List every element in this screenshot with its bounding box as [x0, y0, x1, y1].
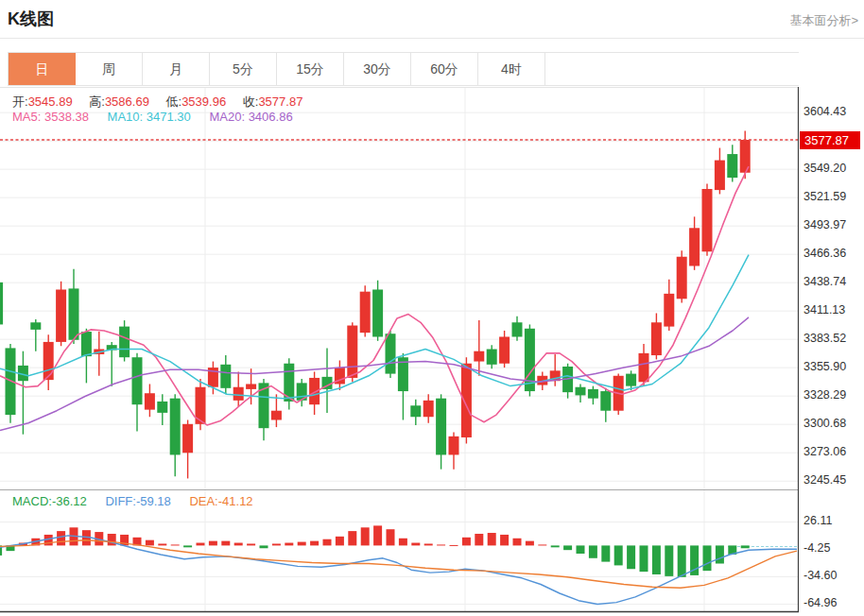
- macd-bar: [678, 545, 686, 576]
- tab-monthly[interactable]: 月: [143, 53, 210, 85]
- macd-bar: [221, 541, 230, 546]
- low-label: 低:: [166, 94, 182, 109]
- low-value: 3539.96: [181, 94, 226, 109]
- close-value: 3577.87: [258, 94, 302, 109]
- macd-bar: [285, 543, 293, 546]
- candle-body: [30, 322, 41, 330]
- macd-bar: [209, 541, 217, 546]
- candle-body: [145, 393, 155, 409]
- close-label: 收:: [243, 94, 259, 109]
- macd-bar: [197, 543, 205, 546]
- candle-body: [271, 411, 282, 420]
- open-label: 开:: [12, 94, 28, 109]
- candle-body: [182, 424, 193, 453]
- candle-body: [600, 391, 611, 411]
- candle-body: [487, 350, 497, 365]
- candle-body: [119, 327, 130, 358]
- y-axis-label: 3493.97: [804, 218, 846, 231]
- y-axis-label: -64.96: [804, 596, 837, 609]
- macd-bar: [323, 539, 332, 546]
- y-axis-label: 3521.59: [804, 190, 846, 203]
- candle-body: [449, 436, 459, 455]
- open-value: 3545.89: [28, 94, 73, 109]
- macd-bar: [387, 529, 395, 545]
- candle-body: [423, 401, 434, 417]
- y-axis-label: 3604.43: [804, 105, 846, 118]
- candle-body: [56, 289, 66, 341]
- candle-body: [157, 402, 167, 413]
- tab-weekly[interactable]: 周: [76, 53, 143, 85]
- macd-bar: [652, 545, 661, 574]
- macd-bar: [183, 545, 192, 547]
- macd-bar: [614, 545, 623, 565]
- macd-bar: [57, 531, 65, 545]
- candle-body: [626, 374, 636, 386]
- ma10-readout: MA10: 3471.30: [108, 110, 191, 124]
- macd-bar: [247, 543, 255, 545]
- candle-body: [69, 288, 79, 339]
- candle-body: [81, 332, 92, 356]
- dea-value: DEA:-41.12: [189, 494, 252, 508]
- macd-bar: [336, 537, 344, 546]
- y-axis-label: 3383.52: [804, 332, 846, 345]
- header-divider: [0, 38, 864, 39]
- candle-body: [43, 342, 54, 380]
- ohlc-readout: 开:3545.89 高:3586.69 低:3539.96 收:3577.87: [12, 94, 316, 111]
- macd-value: MACD:-36.12: [12, 494, 87, 508]
- candle-body: [360, 292, 371, 333]
- candle-body: [246, 384, 256, 388]
- candle-body: [499, 336, 510, 363]
- macd-bar: [272, 543, 281, 545]
- y-axis-label: 3328.29: [804, 388, 846, 402]
- macd-bar: [741, 545, 750, 548]
- tab-15min[interactable]: 15分: [277, 53, 344, 85]
- ma5-readout: MA5: 3538.38: [12, 110, 89, 124]
- macd-bar: [462, 538, 471, 546]
- macd-bar: [589, 545, 597, 557]
- candle-body: [233, 387, 244, 401]
- macd-bar: [260, 545, 268, 548]
- period-tabbar: 日 周 月 5分 15分 30分 60分 4时: [8, 52, 799, 86]
- macd-bar: [703, 545, 712, 571]
- fundamental-analysis-link[interactable]: 基本面分析>: [789, 12, 858, 29]
- tab-30min[interactable]: 30分: [344, 53, 411, 85]
- current-price-tag: 3577.87: [800, 131, 860, 149]
- macd-bar: [298, 542, 306, 546]
- y-axis-label: 3273.06: [804, 445, 846, 458]
- y-axis-label: 3300.68: [804, 417, 846, 430]
- macd-bar: [627, 545, 635, 569]
- y-axis-label: 26.11: [804, 514, 832, 527]
- candle-body: [0, 282, 3, 325]
- high-label: 高:: [89, 94, 105, 109]
- macd-bar: [513, 539, 522, 546]
- candle-body: [132, 357, 143, 404]
- candle-body: [436, 399, 446, 455]
- macd-bar: [500, 535, 509, 545]
- macd-bar: [488, 533, 496, 545]
- tab-daily[interactable]: 日: [9, 53, 76, 85]
- high-value: 3586.69: [105, 94, 149, 109]
- candle-body: [220, 365, 231, 388]
- kline-chart-canvas[interactable]: [0, 87, 799, 613]
- tab-5min[interactable]: 5分: [210, 53, 277, 85]
- candle-body: [347, 326, 357, 378]
- candle-body: [512, 322, 523, 336]
- y-axis-label: 3355.90: [804, 360, 846, 373]
- macd-bar: [563, 545, 572, 550]
- tab-60min[interactable]: 60分: [411, 53, 478, 85]
- candle-body: [702, 189, 713, 251]
- tab-4hour[interactable]: 4时: [478, 53, 545, 85]
- macd-bar: [526, 541, 534, 546]
- macd-bar: [158, 543, 166, 545]
- candle-body: [410, 405, 421, 417]
- candle-body: [639, 353, 649, 382]
- macd-bar: [373, 525, 382, 545]
- macd-bar: [475, 534, 483, 545]
- macd-bar: [146, 540, 154, 546]
- candle-body: [664, 294, 674, 327]
- candle-body: [386, 334, 396, 373]
- candle-body: [474, 351, 484, 362]
- macd-bar: [551, 545, 560, 547]
- candle-body: [727, 154, 737, 178]
- candle-body: [677, 257, 687, 299]
